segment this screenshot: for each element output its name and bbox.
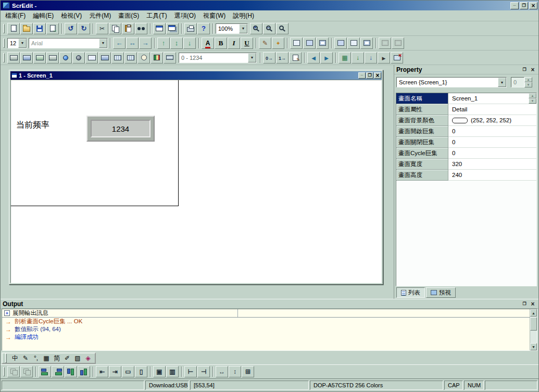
property-row[interactable]: 畫面背景顏色 (252, 252, 252) <box>396 115 536 126</box>
align-bottom-button[interactable] <box>183 37 196 49</box>
output-float-button[interactable] <box>521 300 528 307</box>
tab-preview[interactable]: 預視 <box>426 287 456 298</box>
find-button[interactable] <box>135 23 147 34</box>
align-right-button[interactable] <box>139 37 152 49</box>
align-objects-left-button[interactable] <box>39 366 51 377</box>
help-button[interactable] <box>197 23 210 34</box>
property-label[interactable]: 畫面屬性 <box>396 104 448 115</box>
output-panel-title-bar[interactable]: Output <box>1 299 538 309</box>
output-message-row[interactable]: 數值顯示 (94, 64) <box>2 325 530 333</box>
output-message-row[interactable]: 剖析畫面Cycle巨集 ... OK <box>2 318 530 325</box>
property-row[interactable]: 畫面名稱 Screen_1 <box>396 93 536 104</box>
align-center-button[interactable] <box>126 37 139 49</box>
close-button[interactable] <box>529 2 537 9</box>
scroll-down-icon[interactable]: ▼ <box>530 343 537 350</box>
screen-maximize-button[interactable] <box>366 72 373 79</box>
space-across-button[interactable]: ⊢ <box>184 366 197 377</box>
screen-window-title-bar[interactable]: 1 - Screen_1 <box>10 71 382 80</box>
toolbar-grip[interactable] <box>3 24 5 33</box>
italic-button[interactable]: I <box>228 37 240 49</box>
output-vertical-scrollbar[interactable]: ▲ ▼ <box>530 309 537 350</box>
redo-button[interactable] <box>78 23 90 34</box>
output-close-button[interactable] <box>529 300 536 307</box>
chevron-down-icon[interactable] <box>248 53 256 62</box>
align-top-button[interactable] <box>157 37 170 49</box>
property-spin-buttons[interactable] <box>524 77 532 87</box>
chevron-down-icon[interactable] <box>498 78 506 87</box>
tab-list[interactable]: 列表 <box>396 287 425 298</box>
ime-language-button[interactable]: 中 <box>10 353 20 363</box>
set-value-button-tool[interactable] <box>33 52 46 64</box>
distribute-right-button[interactable]: ⇥ <box>109 366 121 377</box>
align-objects-right-button[interactable] <box>52 366 64 377</box>
spin-up-icon[interactable] <box>529 93 536 98</box>
title-bar[interactable]: ScrEdit - <box>1 1 538 10</box>
zoom-combo[interactable]: 100% <box>216 23 248 34</box>
make-same-height-button[interactable]: ▯ <box>135 366 147 377</box>
menu-item-element[interactable]: 元件(M) <box>85 10 115 21</box>
spin-down-icon[interactable] <box>529 98 536 104</box>
open-file-button[interactable] <box>20 23 33 34</box>
toolbar-grip[interactable] <box>3 39 5 48</box>
numeric-display-element[interactable]: 1234 <box>86 116 155 142</box>
style-effect-button[interactable] <box>272 37 284 49</box>
numeric-display-tool[interactable] <box>85 52 98 64</box>
export-button[interactable] <box>46 23 59 34</box>
align-middle-button[interactable] <box>170 37 183 49</box>
ime-pen-button[interactable]: ✎ <box>21 353 30 363</box>
property-value[interactable]: 240 <box>448 170 536 181</box>
fit-height-button[interactable]: ↕ <box>229 366 241 377</box>
zoom-out-button[interactable] <box>263 23 275 34</box>
screen-editor-window[interactable]: 1 - Screen_1 当前频率 1234 <box>9 70 383 285</box>
ime-toolbar[interactable]: 中 ✎ °, ▦ 简 ✐ ▧ ◈ <box>2 352 96 364</box>
element-ref-combo[interactable]: 0 - 1234 <box>179 53 257 63</box>
property-label[interactable]: 畫面高度 <box>396 170 448 181</box>
property-panel-title-bar[interactable]: Property <box>394 65 538 74</box>
menu-item-options[interactable]: 選項(O) <box>171 10 199 21</box>
draw-pen-button[interactable] <box>259 37 271 49</box>
download-all-button[interactable] <box>365 52 377 64</box>
property-label[interactable]: 畫面背景顏色 <box>396 115 448 126</box>
column-splitter[interactable] <box>237 309 238 317</box>
property-close-button[interactable] <box>529 66 536 73</box>
spin-up-icon[interactable] <box>524 77 532 82</box>
property-row[interactable]: 畫面屬性 Detail <box>396 104 536 115</box>
zoom-in-button[interactable] <box>250 23 262 34</box>
moving-sign-tool[interactable] <box>111 52 124 64</box>
scrollbar-thumb[interactable] <box>530 317 537 331</box>
scrollbar-track[interactable] <box>530 331 537 343</box>
property-label[interactable]: 畫面Cycle巨集 <box>396 148 448 159</box>
property-label[interactable]: 畫面開啟巨集 <box>396 126 448 137</box>
property-row[interactable]: 畫面寬度 320 <box>396 159 536 170</box>
minimize-button[interactable] <box>510 2 519 9</box>
offline-monitor-button[interactable] <box>391 52 403 64</box>
multistate-indicator-tool[interactable] <box>72 52 85 64</box>
increment-button-tool[interactable] <box>46 52 59 64</box>
property-row[interactable]: 畫面關閉巨集 0 <box>396 137 536 148</box>
text-color-button[interactable]: A <box>202 37 214 49</box>
momentary-button-tool[interactable] <box>7 52 20 64</box>
output-tree-header[interactable]: 展開輸出訊息 <box>2 309 530 318</box>
screen-minimize-button[interactable] <box>358 72 366 79</box>
align-objects-bottom-button[interactable] <box>78 366 90 377</box>
frame-style-button-2[interactable] <box>303 37 316 49</box>
layer-front-button[interactable] <box>379 37 391 49</box>
paste-button[interactable] <box>122 23 134 34</box>
output-message-row[interactable]: 編譯成功 <box>2 333 530 341</box>
frame-style-button-1[interactable] <box>290 37 303 49</box>
property-row[interactable]: 畫面高度 240 <box>396 170 536 181</box>
download-screen-button[interactable] <box>352 52 364 64</box>
ungroup-button[interactable] <box>20 366 33 377</box>
set-state-one-button[interactable] <box>276 52 289 64</box>
bar-graph-tool[interactable] <box>151 52 163 64</box>
property-value[interactable]: 0 <box>448 137 536 148</box>
expand-icon[interactable] <box>4 310 10 316</box>
meter-tool[interactable] <box>137 52 150 64</box>
menu-item-help[interactable]: 說明(H) <box>229 10 258 21</box>
menu-item-edit[interactable]: 編輯(E) <box>29 10 57 21</box>
chevron-down-icon[interactable] <box>239 24 247 33</box>
property-value[interactable]: (252, 252, 252) <box>448 115 536 126</box>
cut-button[interactable] <box>96 23 108 34</box>
simulate-button[interactable] <box>378 52 390 64</box>
fill-style-button-2[interactable] <box>347 37 360 49</box>
